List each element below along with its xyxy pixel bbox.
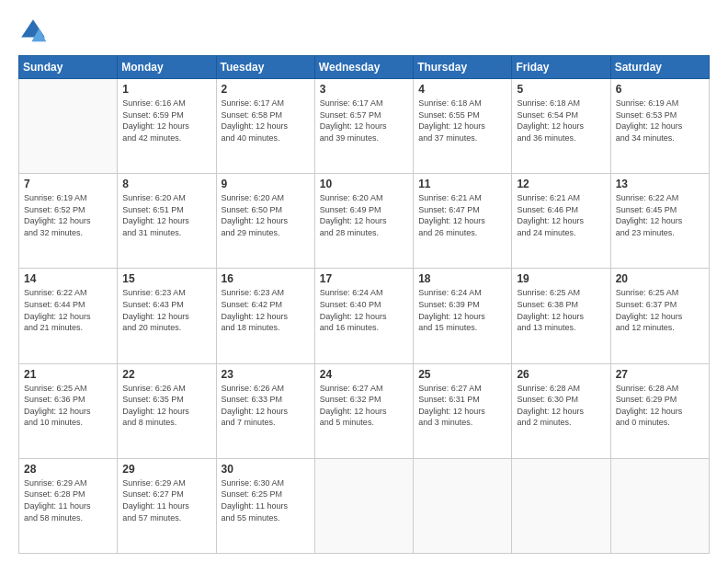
calendar-header-monday: Monday — [118, 56, 216, 79]
day-number: 24 — [320, 368, 408, 381]
calendar-cell: 3Sunrise: 6:17 AM Sunset: 6:57 PM Daylig… — [314, 79, 413, 174]
calendar-cell: 28Sunrise: 6:29 AM Sunset: 6:28 PM Dayli… — [19, 458, 118, 553]
day-number: 7 — [24, 178, 112, 190]
day-info: Sunrise: 6:28 AM Sunset: 6:29 PM Dayligh… — [616, 383, 704, 429]
day-info: Sunrise: 6:22 AM Sunset: 6:45 PM Dayligh… — [616, 192, 704, 238]
calendar-cell — [512, 458, 610, 553]
day-number: 30 — [222, 463, 310, 476]
calendar-cell: 18Sunrise: 6:24 AM Sunset: 6:39 PM Dayli… — [414, 269, 512, 363]
day-number: 2 — [222, 83, 310, 96]
day-info: Sunrise: 6:22 AM Sunset: 6:44 PM Dayligh… — [24, 287, 112, 333]
day-info: Sunrise: 6:26 AM Sunset: 6:33 PM Dayligh… — [222, 383, 310, 429]
calendar-cell: 8Sunrise: 6:20 AM Sunset: 6:51 PM Daylig… — [118, 174, 216, 269]
day-number: 23 — [222, 368, 310, 381]
calendar-cell: 22Sunrise: 6:26 AM Sunset: 6:35 PM Dayli… — [118, 363, 216, 458]
calendar-header-friday: Friday — [512, 56, 610, 79]
day-info: Sunrise: 6:23 AM Sunset: 6:42 PM Dayligh… — [222, 287, 310, 333]
day-info: Sunrise: 6:17 AM Sunset: 6:57 PM Dayligh… — [320, 98, 408, 144]
calendar-cell: 7Sunrise: 6:19 AM Sunset: 6:52 PM Daylig… — [19, 174, 118, 269]
calendar-cell: 29Sunrise: 6:29 AM Sunset: 6:27 PM Dayli… — [118, 458, 216, 553]
day-number: 11 — [418, 178, 506, 190]
day-number: 9 — [222, 178, 310, 190]
calendar-cell: 2Sunrise: 6:17 AM Sunset: 6:58 PM Daylig… — [216, 79, 314, 174]
day-info: Sunrise: 6:17 AM Sunset: 6:58 PM Dayligh… — [222, 98, 310, 144]
calendar-header-thursday: Thursday — [414, 56, 512, 79]
day-number: 6 — [616, 83, 704, 96]
calendar-cell: 24Sunrise: 6:27 AM Sunset: 6:32 PM Dayli… — [314, 363, 413, 458]
calendar-cell: 4Sunrise: 6:18 AM Sunset: 6:55 PM Daylig… — [414, 79, 512, 174]
day-info: Sunrise: 6:30 AM Sunset: 6:25 PM Dayligh… — [222, 477, 310, 523]
day-number: 10 — [320, 178, 408, 190]
calendar-cell: 17Sunrise: 6:24 AM Sunset: 6:40 PM Dayli… — [314, 269, 413, 363]
day-info: Sunrise: 6:19 AM Sunset: 6:53 PM Dayligh… — [616, 98, 704, 144]
day-number: 4 — [418, 83, 506, 96]
calendar-week-3: 14Sunrise: 6:22 AM Sunset: 6:44 PM Dayli… — [19, 269, 710, 363]
day-info: Sunrise: 6:16 AM Sunset: 6:59 PM Dayligh… — [122, 98, 210, 144]
day-number: 3 — [320, 83, 408, 96]
calendar-header-wednesday: Wednesday — [314, 56, 413, 79]
day-info: Sunrise: 6:20 AM Sunset: 6:49 PM Dayligh… — [320, 192, 408, 238]
calendar-cell: 16Sunrise: 6:23 AM Sunset: 6:42 PM Dayli… — [216, 269, 314, 363]
day-number: 13 — [616, 178, 704, 190]
day-number: 1 — [122, 83, 210, 96]
day-info: Sunrise: 6:29 AM Sunset: 6:28 PM Dayligh… — [24, 477, 112, 523]
calendar-cell: 23Sunrise: 6:26 AM Sunset: 6:33 PM Dayli… — [216, 363, 314, 458]
calendar-header-row: SundayMondayTuesdayWednesdayThursdayFrid… — [19, 56, 710, 79]
day-info: Sunrise: 6:25 AM Sunset: 6:38 PM Dayligh… — [517, 287, 605, 333]
calendar-cell: 5Sunrise: 6:18 AM Sunset: 6:54 PM Daylig… — [512, 79, 610, 174]
day-info: Sunrise: 6:28 AM Sunset: 6:30 PM Dayligh… — [517, 383, 605, 429]
page: SundayMondayTuesdayWednesdayThursdayFrid… — [0, 0, 728, 563]
day-info: Sunrise: 6:21 AM Sunset: 6:46 PM Dayligh… — [517, 192, 605, 238]
day-number: 5 — [517, 83, 605, 96]
calendar-cell: 11Sunrise: 6:21 AM Sunset: 6:47 PM Dayli… — [414, 174, 512, 269]
calendar-header-sunday: Sunday — [19, 56, 118, 79]
calendar-week-1: 1Sunrise: 6:16 AM Sunset: 6:59 PM Daylig… — [19, 79, 710, 174]
day-number: 18 — [418, 272, 506, 285]
day-number: 29 — [122, 463, 210, 476]
day-number: 15 — [122, 272, 210, 285]
day-info: Sunrise: 6:25 AM Sunset: 6:36 PM Dayligh… — [24, 383, 112, 429]
calendar-cell: 6Sunrise: 6:19 AM Sunset: 6:53 PM Daylig… — [610, 79, 709, 174]
day-number: 19 — [517, 272, 605, 285]
day-number: 8 — [122, 178, 210, 190]
day-info: Sunrise: 6:20 AM Sunset: 6:50 PM Dayligh… — [222, 192, 310, 238]
day-number: 16 — [222, 272, 310, 285]
day-number: 14 — [24, 272, 112, 285]
day-info: Sunrise: 6:29 AM Sunset: 6:27 PM Dayligh… — [122, 477, 210, 523]
calendar-cell: 15Sunrise: 6:23 AM Sunset: 6:43 PM Dayli… — [118, 269, 216, 363]
calendar-cell — [19, 79, 118, 174]
calendar-week-4: 21Sunrise: 6:25 AM Sunset: 6:36 PM Dayli… — [19, 363, 710, 458]
day-info: Sunrise: 6:23 AM Sunset: 6:43 PM Dayligh… — [122, 287, 210, 333]
logo-icon — [18, 17, 48, 46]
calendar-table: SundayMondayTuesdayWednesdayThursdayFrid… — [18, 55, 710, 554]
day-number: 17 — [320, 272, 408, 285]
calendar-week-5: 28Sunrise: 6:29 AM Sunset: 6:28 PM Dayli… — [19, 458, 710, 553]
day-info: Sunrise: 6:18 AM Sunset: 6:55 PM Dayligh… — [418, 98, 506, 144]
day-number: 12 — [517, 178, 605, 190]
calendar-cell: 20Sunrise: 6:25 AM Sunset: 6:37 PM Dayli… — [610, 269, 709, 363]
day-info: Sunrise: 6:21 AM Sunset: 6:47 PM Dayligh… — [418, 192, 506, 238]
calendar-cell — [414, 458, 512, 553]
calendar-cell: 27Sunrise: 6:28 AM Sunset: 6:29 PM Dayli… — [610, 363, 709, 458]
calendar-cell — [610, 458, 709, 553]
header — [18, 17, 710, 46]
day-info: Sunrise: 6:24 AM Sunset: 6:39 PM Dayligh… — [418, 287, 506, 333]
calendar-cell: 19Sunrise: 6:25 AM Sunset: 6:38 PM Dayli… — [512, 269, 610, 363]
calendar-cell: 14Sunrise: 6:22 AM Sunset: 6:44 PM Dayli… — [19, 269, 118, 363]
calendar-cell: 12Sunrise: 6:21 AM Sunset: 6:46 PM Dayli… — [512, 174, 610, 269]
calendar-cell: 1Sunrise: 6:16 AM Sunset: 6:59 PM Daylig… — [118, 79, 216, 174]
day-number: 22 — [122, 368, 210, 381]
day-info: Sunrise: 6:27 AM Sunset: 6:32 PM Dayligh… — [320, 383, 408, 429]
calendar-cell: 10Sunrise: 6:20 AM Sunset: 6:49 PM Dayli… — [314, 174, 413, 269]
calendar-cell: 21Sunrise: 6:25 AM Sunset: 6:36 PM Dayli… — [19, 363, 118, 458]
calendar-cell: 13Sunrise: 6:22 AM Sunset: 6:45 PM Dayli… — [610, 174, 709, 269]
calendar-cell: 25Sunrise: 6:27 AM Sunset: 6:31 PM Dayli… — [414, 363, 512, 458]
day-number: 26 — [517, 368, 605, 381]
calendar-cell: 30Sunrise: 6:30 AM Sunset: 6:25 PM Dayli… — [216, 458, 314, 553]
calendar-cell: 26Sunrise: 6:28 AM Sunset: 6:30 PM Dayli… — [512, 363, 610, 458]
day-info: Sunrise: 6:20 AM Sunset: 6:51 PM Dayligh… — [122, 192, 210, 238]
calendar-cell — [314, 458, 413, 553]
day-info: Sunrise: 6:24 AM Sunset: 6:40 PM Dayligh… — [320, 287, 408, 333]
day-info: Sunrise: 6:19 AM Sunset: 6:52 PM Dayligh… — [24, 192, 112, 238]
day-info: Sunrise: 6:27 AM Sunset: 6:31 PM Dayligh… — [418, 383, 506, 429]
